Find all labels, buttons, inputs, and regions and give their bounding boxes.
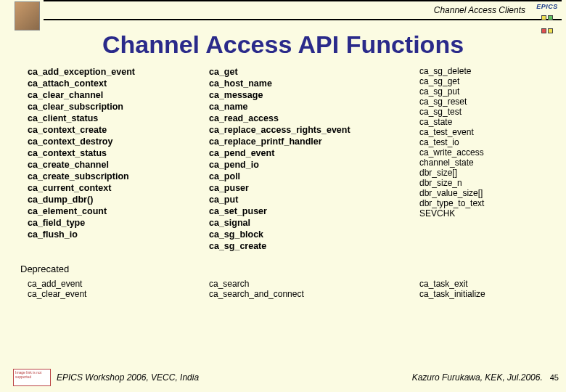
deprecated-col-1: ca_add_eventca_clear_event bbox=[28, 279, 202, 299]
header-title: Channel Access Clients bbox=[434, 5, 525, 15]
function-item: ca_sg_put bbox=[419, 86, 546, 97]
function-item: ca_sg_block bbox=[209, 229, 412, 240]
deprecated-columns: ca_add_eventca_clear_event ca_searchca_s… bbox=[0, 279, 566, 299]
function-item: ca_dump_dbr() bbox=[28, 194, 202, 205]
function-item: ca_task_initialize bbox=[419, 289, 546, 299]
function-item: ca_sg_reset bbox=[419, 97, 546, 107]
function-item: ca_clear_channel bbox=[28, 89, 202, 101]
function-item: ca_attach_context bbox=[28, 78, 202, 89]
function-item: ca_pend_io bbox=[209, 159, 412, 171]
function-item: ca_test_event bbox=[419, 127, 546, 137]
function-item: ca_put bbox=[209, 194, 412, 205]
functions-col-3: ca_sg_deleteca_sg_getca_sg_putca_sg_rese… bbox=[419, 66, 546, 252]
function-item: ca_context_create bbox=[28, 124, 202, 136]
function-item: ca_search_and_connect bbox=[209, 289, 412, 299]
function-item: ca_context_destroy bbox=[28, 136, 202, 147]
function-item: ca_puser bbox=[209, 182, 412, 194]
footer-left: EPICS Workshop 2006, VECC, India bbox=[57, 372, 199, 383]
function-item: ca_message bbox=[209, 89, 412, 101]
function-item: ca_test_io bbox=[419, 137, 546, 147]
epics-label: EPICS bbox=[533, 3, 562, 10]
function-item: ca_signal bbox=[209, 217, 412, 229]
functions-columns: ca_add_exception_eventca_attach_contextc… bbox=[0, 66, 566, 252]
function-item: dbr_size[] bbox=[419, 168, 546, 178]
function-item: ca_get bbox=[209, 66, 412, 78]
function-item: ca_sg_get bbox=[419, 76, 546, 86]
function-item: ca_read_access bbox=[209, 113, 412, 124]
function-item: ca_clear_subscription bbox=[28, 101, 202, 113]
function-item: ca_task_exit bbox=[419, 279, 546, 289]
function-item: ca_write_access bbox=[419, 147, 546, 158]
function-item: ca_sg_test bbox=[419, 107, 546, 117]
slide-title: Channel Access API Functions bbox=[0, 30, 566, 59]
deprecated-col-3: ca_task_exitca_task_initialize bbox=[419, 279, 546, 299]
function-item: ca_create_channel bbox=[28, 159, 202, 171]
function-item: ca_current_context bbox=[28, 182, 202, 194]
function-item: ca_element_count bbox=[28, 205, 202, 217]
function-item: ca_flush_io bbox=[28, 229, 202, 240]
footer-right: Kazuro Furukawa, KEK, Jul.2006. bbox=[412, 372, 543, 383]
function-item: ca_replace_printf_handler bbox=[209, 136, 412, 147]
functions-col-1: ca_add_exception_eventca_attach_contextc… bbox=[28, 66, 202, 252]
function-item: ca_sg_delete bbox=[419, 66, 546, 76]
deprecated-label: Deprecated bbox=[20, 264, 566, 274]
function-item: dbr_value_size[] bbox=[419, 188, 546, 198]
function-item: ca_name bbox=[209, 101, 412, 113]
function-item: ca_context_status bbox=[28, 147, 202, 159]
function-item: ca_host_name bbox=[209, 78, 412, 89]
function-item: SEVCHK bbox=[419, 208, 546, 219]
function-item: channel_state bbox=[419, 158, 546, 168]
function-item: ca_sg_create bbox=[209, 240, 412, 252]
function-item: ca_set_puser bbox=[209, 205, 412, 217]
function-item: ca_add_exception_event bbox=[28, 66, 202, 78]
function-item: ca_search bbox=[209, 279, 412, 289]
deprecated-col-2: ca_searchca_search_and_connect bbox=[209, 279, 412, 299]
page-number: 45 bbox=[550, 373, 559, 382]
function-item: ca_field_type bbox=[28, 217, 202, 229]
functions-col-2: ca_getca_host_nameca_messageca_nameca_re… bbox=[209, 66, 412, 252]
function-item: dbr_type_to_text bbox=[419, 198, 546, 208]
epics-balls bbox=[533, 10, 562, 36]
function-item: ca_client_status bbox=[28, 113, 202, 124]
header-bar: Channel Access Clients bbox=[44, 0, 562, 20]
function-item: ca_pend_event bbox=[209, 147, 412, 159]
footer: Image link is not supported EPICS Worksh… bbox=[0, 369, 566, 386]
function-item: ca_add_event bbox=[28, 279, 202, 289]
function-item: ca_clear_event bbox=[28, 289, 202, 299]
slide-logo-left bbox=[15, 1, 40, 30]
function-item: ca_replace_access_rights_event bbox=[209, 124, 412, 136]
function-item: dbr_size_n bbox=[419, 178, 546, 188]
function-item: ca_poll bbox=[209, 171, 412, 182]
function-item: ca_create_subscription bbox=[28, 171, 202, 182]
function-item: ca_state bbox=[419, 117, 546, 127]
epics-logo: EPICS bbox=[533, 3, 562, 36]
broken-image-icon: Image link is not supported bbox=[13, 369, 51, 386]
